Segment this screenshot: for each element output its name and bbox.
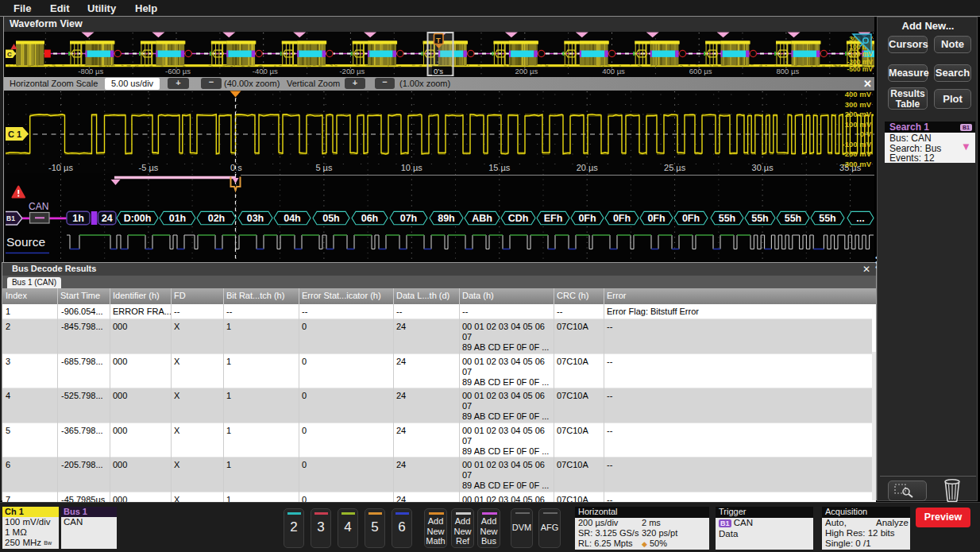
svg-text:200 µs: 200 µs	[515, 67, 538, 75]
svg-text:-5 µs: -5 µs	[139, 163, 159, 172]
svg-text:T: T	[436, 36, 441, 44]
svg-text:55h: 55h	[819, 213, 836, 224]
svg-text:04h: 04h	[284, 213, 301, 224]
svg-text:07h: 07h	[400, 213, 418, 224]
svg-text:-400 µs: -400 µs	[253, 67, 278, 75]
svg-text:24: 24	[102, 213, 113, 224]
svg-text:B1: B1	[6, 214, 15, 222]
svg-text:55h: 55h	[751, 213, 769, 224]
svg-text:30 µs: 30 µs	[752, 163, 774, 172]
svg-text:C: C	[7, 51, 12, 58]
svg-text:-300 mV: -300 mV	[843, 160, 872, 168]
svg-text:300 mV: 300 mV	[845, 100, 872, 109]
svg-text:25 µs: 25 µs	[664, 163, 686, 172]
svg-text:CDh: CDh	[508, 213, 529, 224]
svg-text:C 1: C 1	[8, 129, 21, 139]
svg-text:02h: 02h	[208, 213, 226, 224]
svg-text:600 µs: 600 µs	[689, 67, 712, 75]
svg-text:0’s: 0’s	[434, 67, 443, 75]
svg-text:-10 µs: -10 µs	[48, 163, 73, 172]
svg-text:...: ...	[856, 213, 864, 224]
svg-text:0Fh: 0Fh	[578, 213, 596, 224]
svg-text:55h: 55h	[719, 213, 736, 224]
svg-text:CAN: CAN	[29, 201, 48, 212]
svg-text:-600 µs: -600 µs	[165, 67, 191, 75]
svg-text:-800 µs: -800 µs	[78, 67, 103, 75]
svg-text:-300 mV: -300 mV	[847, 58, 873, 66]
svg-text:800 µs: 800 µs	[777, 67, 800, 75]
svg-text:0Fh: 0Fh	[613, 213, 631, 224]
svg-text:0Fh: 0Fh	[682, 213, 700, 224]
svg-text:200 mV: 200 mV	[845, 110, 872, 118]
svg-text:400 mV: 400 mV	[845, 91, 872, 98]
svg-text:1h: 1h	[72, 213, 84, 224]
svg-text:55h: 55h	[785, 213, 802, 224]
svg-text:-200 mV: -200 mV	[843, 149, 872, 158]
svg-text:ABh: ABh	[472, 213, 492, 224]
svg-text:-500 mV: -500 mV	[847, 65, 873, 73]
svg-text:0 V: 0 V	[860, 129, 872, 138]
svg-text:D:00h: D:00h	[124, 213, 152, 224]
svg-text:Source: Source	[6, 235, 45, 249]
svg-text:0 s: 0 s	[230, 163, 242, 172]
svg-text:15 µs: 15 µs	[488, 163, 511, 172]
svg-text:89h: 89h	[438, 213, 455, 224]
svg-text:-200 µs: -200 µs	[339, 67, 365, 75]
svg-text:06h: 06h	[361, 213, 379, 224]
svg-text:EFh: EFh	[544, 213, 563, 224]
svg-text:-100 mV: -100 mV	[847, 50, 873, 58]
svg-text:10 µs: 10 µs	[401, 163, 423, 172]
svg-text:01h: 01h	[169, 213, 187, 224]
svg-text:0Fh: 0Fh	[647, 213, 665, 224]
svg-text:20 µs: 20 µs	[577, 163, 599, 172]
svg-text:03h: 03h	[247, 213, 264, 224]
svg-text:05h: 05h	[322, 213, 340, 224]
svg-text:100 mV: 100 mV	[845, 120, 872, 129]
svg-text:-100 mV: -100 mV	[843, 140, 872, 149]
svg-text:400 µs: 400 µs	[602, 67, 625, 75]
svg-text:5 µs: 5 µs	[315, 163, 333, 172]
